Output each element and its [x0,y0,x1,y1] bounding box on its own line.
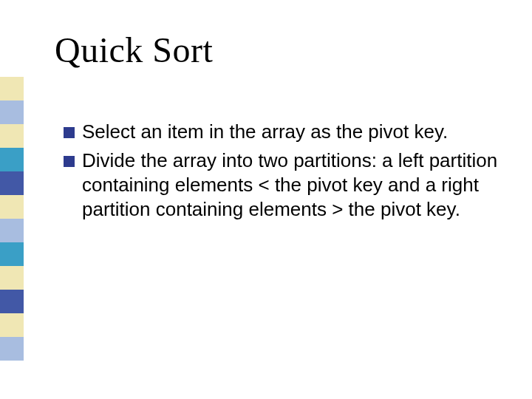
bullet-text: Divide the array into two partitions: a … [82,149,498,222]
stripe-cell [0,77,24,100]
stripe-cell [0,195,24,219]
stripe-cell [0,242,24,266]
square-bullet-icon [64,127,75,138]
stripe-cell [0,219,24,242]
bullet-item: Select an item in the array as the pivot… [64,120,498,144]
stripe-cell [0,313,24,337]
stripe-cell [0,100,24,124]
square-bullet-icon [64,156,75,167]
bullet-item: Divide the array into two partitions: a … [64,149,498,222]
slide: Quick Sort Select an item in the array a… [0,0,532,399]
decorative-stripe-column [0,77,24,361]
bullet-text: Select an item in the array as the pivot… [82,120,498,144]
stripe-cell [0,171,24,195]
stripe-cell [0,124,24,148]
stripe-cell [0,148,24,171]
stripe-cell [0,337,24,361]
stripe-cell [0,290,24,313]
stripe-cell [0,266,24,290]
slide-title: Quick Sort [55,30,213,70]
slide-body: Select an item in the array as the pivot… [64,120,498,226]
